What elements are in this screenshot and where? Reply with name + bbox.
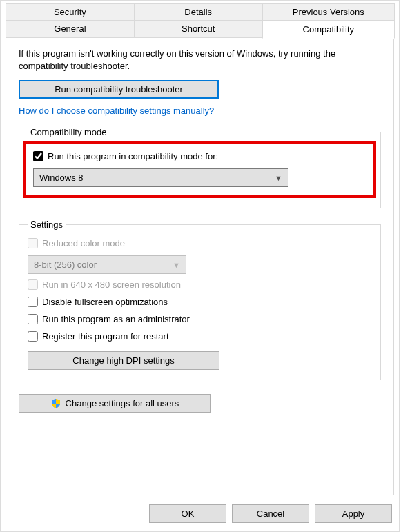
run-as-admin-checkbox[interactable] (28, 314, 38, 324)
register-restart-checkbox[interactable] (28, 331, 38, 342)
intro-text: If this program isn't working correctly … (19, 48, 381, 72)
ok-button[interactable]: OK (149, 504, 226, 523)
run-640-checkbox (28, 279, 38, 290)
tab-compatibility[interactable]: Compatibility (262, 20, 395, 39)
cancel-button[interactable]: Cancel (232, 504, 309, 523)
highlight-box: Run this program in compatibility mode f… (23, 141, 376, 198)
compat-mode-selected-value: Windows 8 (39, 173, 84, 183)
color-mode-select: 8-bit (256) color ▼ (28, 255, 186, 274)
run-640-label: Run in 640 x 480 screen resolution (42, 279, 181, 290)
tab-strip: Security Details Previous Versions Gener… (1, 1, 399, 38)
compat-mode-checkbox[interactable] (33, 151, 43, 161)
change-all-users-label: Change settings for all users (66, 398, 179, 408)
disable-fullscreen-label: Disable fullscreen optimizations (42, 297, 168, 307)
disable-fullscreen-checkbox[interactable] (28, 297, 38, 307)
dialog-button-row: OK Cancel Apply (149, 504, 392, 523)
register-restart-row[interactable]: Register this program for restart (28, 331, 372, 342)
settings-group: Settings Reduced color mode 8-bit (256) … (19, 219, 381, 380)
tab-security[interactable]: Security (6, 3, 135, 21)
reduced-color-checkbox (28, 238, 38, 248)
chevron-down-icon: ▼ (173, 261, 180, 269)
settings-legend: Settings (28, 219, 66, 230)
tab-shortcut[interactable]: Shortcut (134, 20, 263, 37)
compat-mode-select[interactable]: Windows 8 ▼ (33, 168, 288, 187)
change-dpi-button[interactable]: Change high DPI settings (28, 351, 219, 370)
manual-settings-link[interactable]: How do I choose compatibility settings m… (19, 106, 214, 116)
run-640-row: Run in 640 x 480 screen resolution (28, 279, 372, 290)
reduced-color-row: Reduced color mode (28, 238, 372, 248)
run-as-admin-label: Run this program as an administrator (42, 314, 190, 324)
reduced-color-label: Reduced color mode (42, 238, 125, 248)
run-troubleshooter-button[interactable]: Run compatibility troubleshooter (19, 80, 219, 99)
shield-icon (50, 398, 61, 409)
disable-fullscreen-row[interactable]: Disable fullscreen optimizations (28, 297, 372, 307)
tab-details[interactable]: Details (134, 3, 263, 21)
change-all-users-button[interactable]: Change settings for all users (19, 394, 211, 413)
run-as-admin-row[interactable]: Run this program as an administrator (28, 314, 372, 324)
tab-general[interactable]: General (6, 20, 135, 37)
color-mode-value: 8-bit (256) color (34, 259, 97, 270)
chevron-down-icon: ▼ (275, 174, 282, 182)
compat-mode-label: Run this program in compatibility mode f… (48, 151, 218, 161)
compatibility-mode-group: Compatibility mode Run this program in c… (19, 127, 381, 208)
properties-dialog: Security Details Previous Versions Gener… (0, 0, 400, 532)
apply-button[interactable]: Apply (315, 504, 392, 523)
register-restart-label: Register this program for restart (42, 331, 169, 342)
tab-previous-versions[interactable]: Previous Versions (262, 3, 395, 21)
compatibility-panel: If this program isn't working correctly … (6, 37, 394, 495)
compat-mode-check-row[interactable]: Run this program in compatibility mode f… (33, 151, 366, 161)
compatibility-mode-legend: Compatibility mode (28, 127, 110, 137)
